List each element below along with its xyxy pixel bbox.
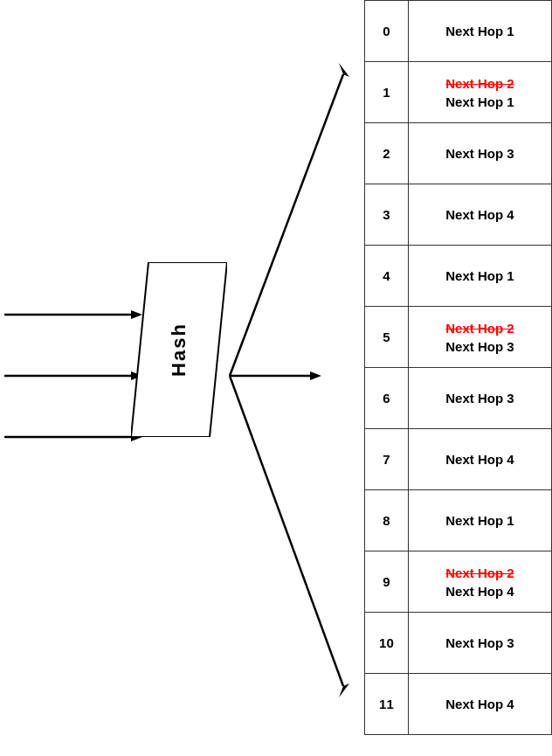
index-cell: 3 — [365, 184, 409, 246]
svg-line-10 — [230, 376, 343, 686]
table-row: 4Next Hop 1 — [365, 246, 552, 307]
hop-cell: Next Hop 3 — [408, 613, 551, 674]
struck-hop: Next Hop 2 — [445, 565, 514, 580]
hop-cell: Next Hop 2Next Hop 1 — [408, 62, 551, 123]
hop-table: 0Next Hop 11Next Hop 2Next Hop 12Next Ho… — [364, 0, 552, 735]
struck-hop: Next Hop 2 — [445, 321, 514, 336]
hash-box: Hash — [131, 262, 227, 437]
index-cell: 6 — [365, 368, 409, 429]
active-hop: Next Hop 1 — [445, 94, 514, 109]
index-cell: 11 — [365, 674, 409, 735]
table-row: 9Next Hop 2Next Hop 4 — [365, 551, 552, 613]
struck-hop: Next Hop 2 — [445, 76, 514, 91]
table-row: 1Next Hop 2Next Hop 1 — [365, 62, 552, 123]
index-cell: 10 — [365, 613, 409, 674]
routing-table: 0Next Hop 11Next Hop 2Next Hop 12Next Ho… — [364, 0, 552, 735]
hop-cell: Next Hop 1 — [408, 1, 551, 62]
active-hop: Next Hop 3 — [445, 339, 514, 354]
svg-marker-7 — [310, 371, 321, 380]
hop-cell: Next Hop 4 — [408, 429, 551, 490]
svg-line-8 — [230, 74, 343, 376]
table-row: 3Next Hop 4 — [365, 184, 552, 246]
active-hop: Next Hop 4 — [445, 584, 514, 599]
table-row: 8Next Hop 1 — [365, 490, 552, 551]
index-cell: 0 — [365, 1, 409, 62]
table-row: 5Next Hop 2Next Hop 3 — [365, 307, 552, 368]
index-cell: 4 — [365, 246, 409, 307]
hop-cell: Next Hop 4 — [408, 184, 551, 246]
main-container: Hash 0Next Hop 11Next Hop 2Next Hop 12Ne… — [0, 0, 552, 756]
hop-cell: Next Hop 1 — [408, 246, 551, 307]
table-row: 0Next Hop 1 — [365, 1, 552, 62]
table-row: 7Next Hop 4 — [365, 429, 552, 490]
index-cell: 9 — [365, 551, 409, 613]
svg-marker-11 — [339, 683, 349, 697]
index-cell: 5 — [365, 307, 409, 368]
index-cell: 1 — [365, 62, 409, 123]
hop-cell: Next Hop 4 — [408, 674, 551, 735]
hop-cell: Next Hop 3 — [408, 368, 551, 429]
table-row: 10Next Hop 3 — [365, 613, 552, 674]
svg-marker-9 — [339, 63, 349, 77]
hop-cell: Next Hop 3 — [408, 123, 551, 184]
hop-cell: Next Hop 1 — [408, 490, 551, 551]
hop-cell: Next Hop 2Next Hop 3 — [408, 307, 551, 368]
table-row: 6Next Hop 3 — [365, 368, 552, 429]
hop-cell: Next Hop 2Next Hop 4 — [408, 551, 551, 613]
index-cell: 8 — [365, 490, 409, 551]
index-cell: 2 — [365, 123, 409, 184]
hash-label: Hash — [168, 323, 190, 377]
index-cell: 7 — [365, 429, 409, 490]
table-row: 11Next Hop 4 — [365, 674, 552, 735]
table-row: 2Next Hop 3 — [365, 123, 552, 184]
